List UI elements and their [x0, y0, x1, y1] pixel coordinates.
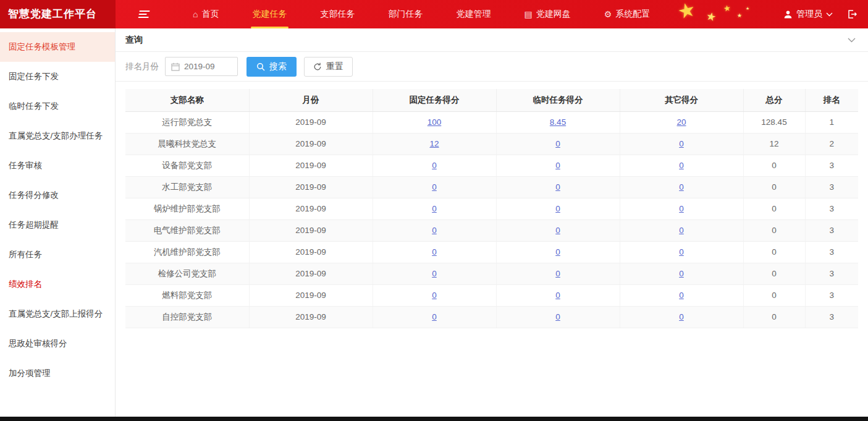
cell: 自控部党支部 — [125, 306, 249, 328]
reset-button[interactable]: 重置 — [304, 57, 353, 77]
cell: 2019-09 — [249, 111, 373, 133]
sidebar-item-7[interactable]: 任务超期提醒 — [0, 210, 115, 240]
nav-item-4[interactable]: 部门任务 — [371, 0, 439, 28]
score-link[interactable]: 0 — [555, 269, 560, 278]
cell: 燃料部党支部 — [125, 284, 249, 306]
cell: 晨曦科技党总支 — [125, 133, 249, 155]
score-link[interactable]: 20 — [676, 117, 686, 127]
score-cell: 0 — [373, 155, 496, 176]
nav-label: 党建管理 — [456, 9, 491, 20]
menu-toggle-icon[interactable] — [138, 0, 150, 28]
nav-item-7[interactable]: ⚙系统配置 — [588, 0, 667, 28]
sidebar-item-6[interactable]: 任务得分修改 — [0, 181, 115, 210]
cell: 2019-09 — [249, 263, 373, 284]
cell: 3 — [805, 306, 858, 328]
nav-label: 党建任务 — [252, 9, 287, 20]
sidebar-item-2[interactable]: 固定任务下发 — [0, 62, 115, 91]
score-link[interactable]: 0 — [679, 312, 684, 321]
score-cell: 0 — [620, 155, 743, 176]
score-cell: 8.45 — [496, 111, 620, 133]
user-menu[interactable]: 管理员 — [778, 0, 838, 28]
score-link[interactable]: 0 — [432, 182, 437, 192]
sidebar-item-5[interactable]: 任务审核 — [0, 151, 115, 181]
score-link[interactable]: 0 — [679, 226, 684, 235]
cell: 3 — [805, 219, 858, 241]
score-link[interactable]: 0 — [555, 161, 560, 170]
nav-label: 部门任务 — [388, 9, 423, 20]
score-cell: 0 — [620, 198, 743, 219]
column-header: 支部名称 — [125, 89, 249, 111]
sidebar-item-10[interactable]: 直属党总支/支部上报得分 — [0, 299, 115, 329]
column-header: 月份 — [249, 89, 373, 111]
table-row: 晨曦科技党总支2019-091200122 — [125, 133, 858, 155]
score-link[interactable]: 0 — [679, 247, 684, 257]
sidebar-item-11[interactable]: 思政处审核得分 — [0, 329, 115, 359]
score-link[interactable]: 0 — [432, 226, 437, 235]
score-link[interactable]: 0 — [679, 269, 684, 278]
sidebar-item-12[interactable]: 加分项管理 — [0, 359, 115, 388]
table-row: 检修公司党支部2019-0900003 — [125, 263, 858, 284]
score-link[interactable]: 12 — [429, 139, 439, 148]
collapse-chevron-icon[interactable] — [848, 38, 856, 43]
score-link[interactable]: 0 — [555, 291, 560, 300]
netdisk-icon: ▤ — [524, 9, 532, 19]
score-link[interactable]: 0 — [555, 204, 560, 213]
sidebar: 固定任务模板管理固定任务下发临时任务下发直属党总支/支部办理任务任务审核任务得分… — [0, 28, 116, 417]
main-content: 查询 排名月份 2019-09 搜索 — [116, 28, 868, 417]
score-link[interactable]: 0 — [679, 182, 684, 192]
cell: 12 — [743, 133, 805, 155]
nav-item-3[interactable]: 支部任务 — [303, 0, 371, 28]
score-link[interactable]: 0 — [555, 226, 560, 235]
score-link[interactable]: 0 — [432, 291, 437, 300]
sidebar-item-8[interactable]: 所有任务 — [0, 240, 115, 270]
cell: 3 — [805, 241, 858, 263]
nav-item-6[interactable]: ▤党建网盘 — [507, 0, 587, 28]
cell: 0 — [743, 198, 805, 219]
score-link[interactable]: 0 — [679, 291, 684, 300]
score-link[interactable]: 0 — [679, 204, 684, 213]
cell: 2019-09 — [249, 219, 373, 241]
sidebar-item-1[interactable]: 固定任务模板管理 — [0, 32, 115, 62]
score-cell: 0 — [620, 306, 743, 328]
ranking-table-wrap: 支部名称月份固定任务得分临时任务得分其它得分总分排名 运行部党总支2019-09… — [116, 82, 868, 417]
search-label: 搜索 — [269, 61, 287, 72]
score-cell: 0 — [620, 284, 743, 306]
logout-button[interactable] — [838, 0, 868, 28]
score-link[interactable]: 0 — [432, 269, 437, 278]
score-link[interactable]: 0 — [432, 312, 437, 321]
star-decoration: ★★★★★ — [670, 0, 782, 28]
cell: 0 — [743, 176, 805, 198]
nav-item-2[interactable]: 党建任务 — [235, 0, 303, 28]
score-link[interactable]: 8.45 — [550, 117, 566, 127]
reset-label: 重置 — [326, 61, 343, 72]
search-button[interactable]: 搜索 — [246, 57, 297, 77]
home-icon: ⌂ — [193, 9, 198, 19]
score-cell: 0 — [373, 263, 496, 284]
month-input[interactable]: 2019-09 — [165, 57, 238, 76]
score-link[interactable]: 0 — [679, 139, 684, 148]
calendar-icon — [171, 62, 180, 71]
score-link[interactable]: 0 — [679, 161, 684, 170]
score-cell: 0 — [496, 306, 620, 328]
score-link[interactable]: 0 — [555, 247, 560, 257]
score-link[interactable]: 0 — [555, 139, 560, 148]
score-link[interactable]: 0 — [432, 247, 437, 257]
sidebar-item-4[interactable]: 直属党总支/支部办理任务 — [0, 121, 115, 151]
column-header: 排名 — [805, 89, 858, 111]
nav-item-5[interactable]: 党建管理 — [439, 0, 507, 28]
nav-label: 系统配置 — [615, 9, 650, 20]
score-link[interactable]: 0 — [555, 182, 560, 192]
score-link[interactable]: 100 — [428, 117, 442, 127]
score-link[interactable]: 0 — [432, 204, 437, 213]
score-link[interactable]: 0 — [432, 161, 437, 170]
table-row: 燃料部党支部2019-0900003 — [125, 284, 858, 306]
nav-item-1[interactable]: ⌂首页 — [176, 0, 235, 28]
score-link[interactable]: 0 — [555, 312, 560, 321]
cell: 汽机维护部党支部 — [125, 241, 249, 263]
sidebar-item-9[interactable]: 绩效排名 — [0, 270, 115, 299]
query-panel-header[interactable]: 查询 — [116, 28, 868, 52]
sidebar-item-3[interactable]: 临时任务下发 — [0, 91, 115, 121]
ranking-table: 支部名称月份固定任务得分临时任务得分其它得分总分排名 运行部党总支2019-09… — [125, 89, 858, 328]
column-header: 总分 — [743, 89, 805, 111]
cell: 3 — [805, 155, 858, 176]
